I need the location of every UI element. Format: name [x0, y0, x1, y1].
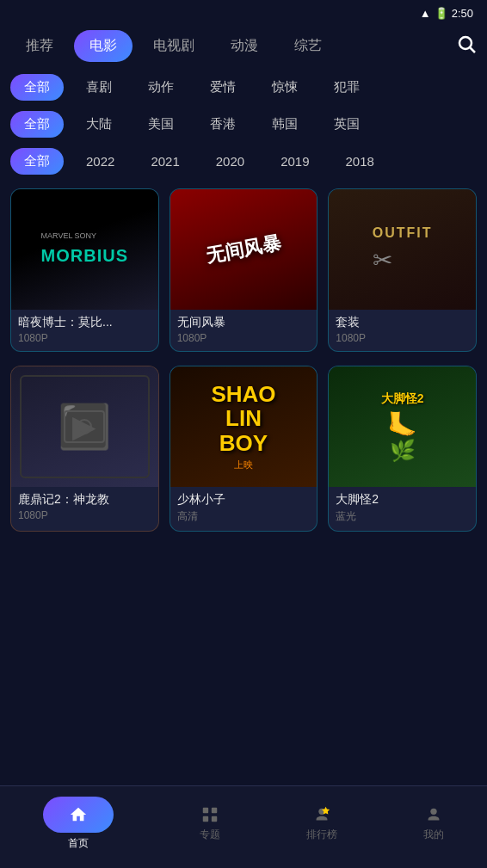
movie-title-morbius: 暗夜博士：莫比...: [18, 315, 151, 330]
filter-region-usa[interactable]: 美国: [134, 111, 188, 138]
movie-card-ludingji[interactable]: ⬛ ▶ 鹿鼎记2：神龙教 1080P: [10, 366, 159, 532]
movie-info-dajiaogui: 大脚怪2 蓝光: [329, 487, 476, 531]
nav-label-home: 首页: [68, 836, 89, 851]
movie-title-wujian: 无间风暴: [177, 315, 311, 330]
svg-rect-7: [203, 816, 208, 822]
movie-card-outfit[interactable]: OUTFIT ✂ 套装 1080P: [328, 188, 477, 352]
nav-label-ranking: 排行榜: [306, 828, 337, 842]
svg-rect-5: [203, 808, 208, 813]
filter-year-2020[interactable]: 2020: [202, 149, 258, 174]
filter-genre-action[interactable]: 动作: [134, 74, 188, 101]
filter-genre: 全部 喜剧 动作 爱情 惊悚 犯罪: [0, 69, 487, 106]
movie-quality-ludingji: 1080P: [18, 509, 151, 521]
nav-tabs: 推荐 电影 电视剧 动漫 综艺: [0, 23, 487, 69]
filter-year-2022[interactable]: 2022: [72, 149, 128, 174]
tab-recommend[interactable]: 推荐: [10, 30, 69, 62]
filter-region-uk[interactable]: 英国: [320, 111, 373, 138]
nav-label-mine: 我的: [423, 828, 444, 842]
movie-title-outfit: 套装: [336, 315, 469, 330]
movie-quality-shaolin: 高清: [177, 509, 311, 524]
nav-item-home[interactable]: 首页: [34, 797, 122, 851]
filter-region: 全部 大陆 美国 香港 韩国 英国: [0, 106, 487, 143]
movie-card-morbius[interactable]: MARVEL SONY MORBIUS 暗夜博士：莫比... 1080P: [10, 188, 159, 352]
movie-thumb-shaolin: SHAOLINBOY 上映: [170, 366, 317, 487]
movie-quality-morbius: 1080P: [18, 332, 151, 344]
wifi-icon: ▲: [420, 7, 431, 20]
search-button[interactable]: [456, 34, 477, 59]
nav-label-topic: 专题: [200, 828, 220, 842]
bottom-nav: 首页 专题 排行榜 我的: [0, 785, 487, 868]
movie-thumb-dajiaogui: 大脚怪2 🦶 🌿: [329, 366, 476, 487]
filter-year-2019[interactable]: 2019: [267, 149, 323, 174]
battery-icon: 🔋: [435, 7, 448, 20]
movie-thumb-ludingji: ⬛ ▶: [11, 366, 158, 487]
filter-year-all[interactable]: 全部: [10, 148, 64, 175]
filter-region-mainland[interactable]: 大陆: [72, 111, 126, 138]
tab-anime[interactable]: 动漫: [215, 30, 274, 62]
svg-rect-6: [212, 808, 217, 813]
home-icon: [43, 797, 114, 833]
filter-year: 全部 2022 2021 2020 2019 2018: [0, 143, 487, 180]
nav-item-topic[interactable]: 专题: [191, 805, 229, 842]
movie-card-shaolin[interactable]: SHAOLINBOY 上映 少林小子 高清: [170, 366, 318, 532]
movie-title-dajiaogui: 大脚怪2: [336, 492, 469, 508]
nav-item-ranking[interactable]: 排行榜: [298, 805, 346, 842]
filter-region-korea[interactable]: 韩国: [258, 111, 311, 138]
tab-tv[interactable]: 电视剧: [138, 30, 210, 62]
movie-card-wujian[interactable]: 无间风暴 无间风暴 1080P: [170, 188, 318, 352]
movie-quality-outfit: 1080P: [336, 332, 469, 344]
movie-info-wujian: 无间风暴 1080P: [170, 310, 317, 351]
movie-info-shaolin: 少林小子 高清: [170, 487, 317, 531]
filter-genre-thriller[interactable]: 惊悚: [258, 74, 311, 101]
filter-region-hk[interactable]: 香港: [196, 111, 250, 138]
status-icons: ▲ 🔋 2:50: [420, 7, 473, 20]
status-bar: ▲ 🔋 2:50: [0, 0, 487, 23]
svg-point-10: [430, 809, 436, 815]
movie-info-morbius: 暗夜博士：莫比... 1080P: [11, 310, 158, 351]
movie-info-ludingji: 鹿鼎记2：神龙教 1080P: [11, 487, 158, 528]
svg-marker-4: [82, 423, 90, 430]
movie-thumb-wujian: 无间风暴: [170, 189, 317, 310]
tab-movie[interactable]: 电影: [74, 30, 133, 62]
filter-genre-all[interactable]: 全部: [10, 74, 64, 101]
svg-point-0: [459, 37, 472, 49]
movie-title-shaolin: 少林小子: [177, 492, 311, 508]
svg-rect-8: [212, 816, 217, 822]
movie-quality-wujian: 1080P: [177, 332, 311, 344]
svg-line-1: [471, 47, 476, 52]
filter-genre-comedy[interactable]: 喜剧: [72, 74, 126, 101]
filter-genre-crime[interactable]: 犯罪: [320, 74, 373, 101]
tab-variety[interactable]: 综艺: [279, 30, 337, 62]
filter-year-2018[interactable]: 2018: [332, 149, 388, 174]
movie-quality-dajiaogui: 蓝光: [336, 509, 469, 524]
nav-item-mine[interactable]: 我的: [415, 805, 453, 842]
movie-grid: MARVEL SONY MORBIUS 暗夜博士：莫比... 1080P 无间风…: [0, 180, 487, 540]
ranking-icon: [312, 805, 331, 824]
mine-icon: [424, 805, 443, 824]
time: 2:50: [452, 7, 473, 20]
filter-genre-romance[interactable]: 爱情: [196, 74, 250, 101]
movie-info-outfit: 套装 1080P: [329, 310, 476, 351]
topic-icon: [200, 805, 219, 824]
movie-thumb-morbius: MARVEL SONY MORBIUS: [11, 189, 158, 310]
filter-region-all[interactable]: 全部: [10, 111, 64, 138]
movie-thumb-outfit: OUTFIT ✂: [329, 189, 476, 310]
movie-title-ludingji: 鹿鼎记2：神龙教: [18, 492, 151, 508]
filter-year-2021[interactable]: 2021: [137, 149, 193, 174]
movie-card-dajiaogui[interactable]: 大脚怪2 🦶 🌿 大脚怪2 蓝光: [328, 366, 477, 532]
